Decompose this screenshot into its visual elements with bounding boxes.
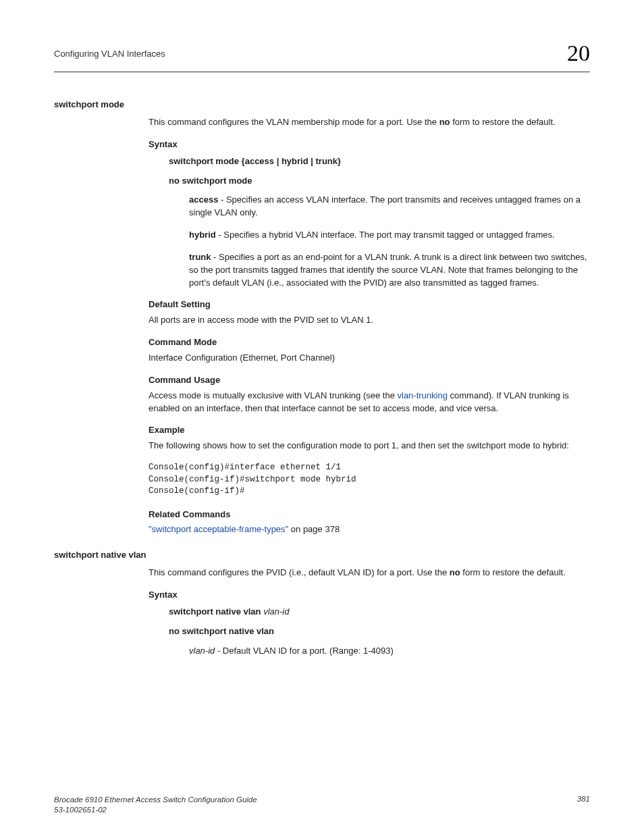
default-setting-heading: Default Setting	[149, 298, 590, 311]
param-trunk: trunk - Specifies a port as an end-point…	[189, 251, 590, 290]
no-syntax-line: no switchport mode	[169, 175, 590, 188]
footer-left: Brocade 6910 Ethernet Access Switch Conf…	[54, 795, 257, 815]
param-access: access - Specifies an access VLAN interf…	[189, 194, 590, 219]
related-commands-heading: Related Commands	[149, 509, 590, 521]
command-mode-heading: Command Mode	[149, 336, 590, 349]
no-syntax-line-2: no switchport native vlan	[169, 625, 590, 638]
page-footer: Brocade 6910 Ethernet Access Switch Conf…	[54, 795, 590, 815]
syntax-line-2: switchport native vlan vlan-id	[169, 606, 590, 619]
usage-text-a: Access mode is mutually exclusive with V…	[149, 390, 398, 400]
param-text-hybrid: - Specifies a hybrid VLAN interface. The…	[216, 230, 555, 240]
chapter-number: 20	[567, 41, 590, 66]
param-text-trunk: - Specifies a port as an end-point for a…	[189, 252, 587, 288]
intro2-no-keyword: no	[450, 567, 460, 577]
param-term-access: access	[189, 194, 218, 205]
header-section-title: Configuring VLAN Interfaces	[54, 49, 165, 59]
header-rule	[54, 72, 590, 72]
syntax-heading-2: Syntax	[149, 589, 590, 602]
intro-text-b: form to restore the default.	[450, 117, 556, 127]
command-usage-text: Access mode is mutually exclusive with V…	[149, 390, 590, 415]
command-body-switchport-mode: This command configures the VLAN members…	[149, 116, 590, 536]
intro2-text-a: This command configures the PVID (i.e., …	[149, 567, 450, 577]
related-commands-line: "switchport acceptable-frame-types" on p…	[149, 523, 590, 536]
command-usage-heading: Command Usage	[149, 374, 590, 387]
syntax-line: switchport mode {access | hybrid | trunk…	[169, 155, 590, 168]
footer-doc-title: Brocade 6910 Ethernet Access Switch Conf…	[54, 795, 257, 805]
example-intro: The following shows how to set the confi…	[149, 440, 590, 452]
param-term-trunk: trunk	[189, 252, 211, 262]
footer-page-number: 381	[577, 795, 590, 803]
intro-paragraph: This command configures the VLAN members…	[149, 116, 590, 129]
syntax-heading: Syntax	[149, 138, 590, 151]
intro-paragraph-2: This command configures the PVID (i.e., …	[149, 567, 590, 579]
param-term-hybrid: hybrid	[189, 230, 216, 240]
example-heading: Example	[149, 424, 590, 437]
syntax2-italic: vlan-id	[263, 606, 289, 617]
command-mode-text: Interface Configuration (Ethernet, Port …	[149, 352, 590, 365]
intro-no-keyword: no	[439, 117, 450, 127]
default-setting-text: All ports are in access mode with the PV…	[149, 314, 590, 327]
vlan-trunking-link[interactable]: vlan-trunking	[398, 390, 448, 400]
param-hybrid: hybrid - Specifies a hybrid VLAN interfa…	[189, 229, 590, 242]
intro2-text-b: form to restore the default.	[460, 567, 566, 577]
example-code: Console(config)#interface ethernet 1/1 C…	[149, 462, 590, 498]
related-suffix: on page 378	[288, 524, 340, 534]
param-text-access: - Specifies an access VLAN interface. Th…	[189, 194, 581, 217]
param-vlan-id: vlan-id - Default VLAN ID for a port. (R…	[189, 645, 590, 658]
syntax2-bold: switchport native vlan	[169, 606, 263, 617]
param-text-vlan-id: - Default VLAN ID for a port. (Range: 1-…	[215, 646, 393, 656]
param-term-vlan-id: vlan-id	[189, 646, 215, 656]
command-title-switchport-native-vlan: switchport native vlan	[54, 550, 590, 560]
command-body-switchport-native-vlan: This command configures the PVID (i.e., …	[149, 567, 590, 657]
footer-doc-number: 53-1002651-02	[54, 805, 257, 815]
intro-text-a: This command configures the VLAN members…	[149, 117, 439, 127]
page-header: Configuring VLAN Interfaces 20	[54, 41, 590, 66]
command-title-switchport-mode: switchport mode	[54, 99, 590, 109]
related-link[interactable]: "switchport acceptable-frame-types"	[149, 524, 288, 534]
